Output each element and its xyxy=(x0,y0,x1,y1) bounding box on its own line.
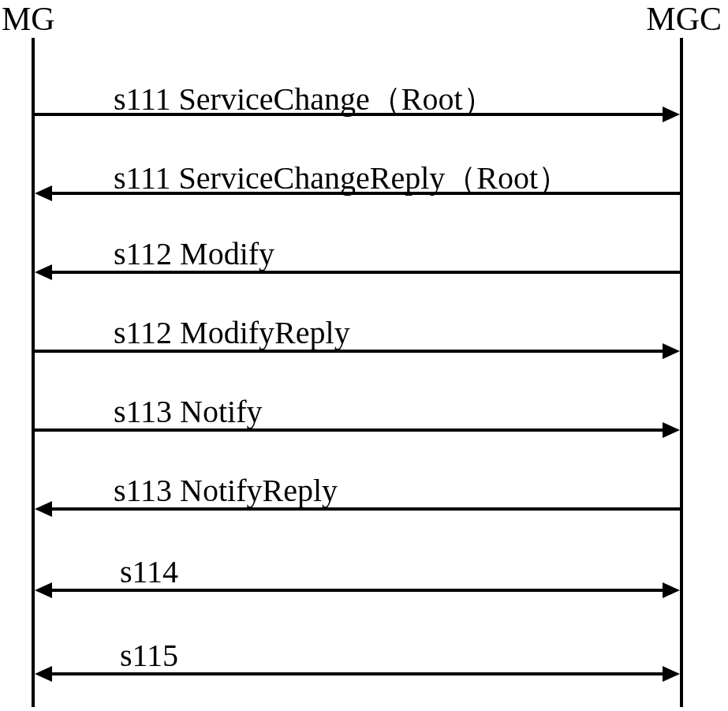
message-s115: s115 xyxy=(35,672,680,711)
arrow-left-icon xyxy=(35,501,52,517)
message-s113-notify: s113 Notify xyxy=(35,428,680,468)
participant-mg: MG xyxy=(2,0,55,38)
message-label: s113 Notify xyxy=(114,393,263,430)
arrow-right-icon xyxy=(663,343,680,359)
message-s113-notifyreply: s113 NotifyReply xyxy=(35,507,680,547)
message-s112-modify: s112 Modify xyxy=(35,271,680,310)
message-arrow-line xyxy=(49,507,680,511)
arrow-left-icon xyxy=(35,582,52,598)
message-arrow-line xyxy=(49,589,666,592)
message-arrow-line xyxy=(35,428,666,432)
message-s112-modifyreply: s112 ModifyReply xyxy=(35,350,680,389)
participant-mgc: MGC xyxy=(646,0,722,38)
message-arrow-line xyxy=(49,192,680,195)
message-s111-servicechangereply: s111 ServiceChangeReply（Root） xyxy=(35,192,680,231)
message-label: s113 NotifyReply xyxy=(114,472,338,509)
message-arrow-line xyxy=(35,350,666,353)
message-label: s112 Modify xyxy=(114,235,274,272)
message-label: s115 xyxy=(120,637,178,674)
message-label: s112 ModifyReply xyxy=(114,314,350,351)
lifeline-mgc xyxy=(680,38,683,707)
arrow-left-icon xyxy=(35,264,52,280)
arrow-left-icon xyxy=(35,185,52,201)
message-arrow-line xyxy=(35,113,666,116)
message-arrow-line xyxy=(49,672,666,675)
message-s114: s114 xyxy=(35,589,680,628)
message-arrow-line xyxy=(49,271,680,274)
message-label: s114 xyxy=(120,553,178,590)
arrow-right-icon xyxy=(663,582,680,598)
arrow-right-icon xyxy=(663,666,680,682)
arrow-left-icon xyxy=(35,666,52,682)
message-s111-servicechange: s111 ServiceChange（Root） xyxy=(35,113,680,152)
arrow-right-icon xyxy=(663,422,680,438)
arrow-right-icon xyxy=(663,107,680,122)
